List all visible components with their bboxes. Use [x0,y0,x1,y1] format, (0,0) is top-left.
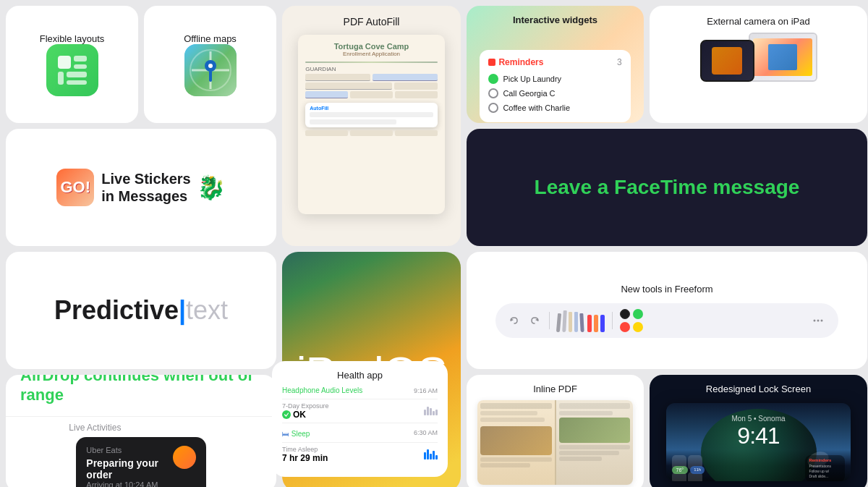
lock-screen-title: Redesigned Lock Screen [706,384,811,394]
health-row-2: 7-Day Exposure OK [282,399,438,420]
reminder-item-1[interactable]: Pick Up Laundry [488,72,621,86]
health-item3-icon: 🛏 [282,430,292,438]
svg-rect-1 [74,56,87,62]
lock-time-widget: 11h [690,466,705,474]
health-item3-time: 6:30 AM [414,429,438,436]
airdrop-title: AirDrop continues when out of range [20,375,262,405]
stickers-subtitle: in Messages [101,187,190,205]
freeform-title: New tools in Freeform [621,284,712,295]
lock-date-display: Mon 5 • Sonoma [666,415,851,423]
facetime-title: Leave a FaceTime message [520,176,814,199]
reminder-label-1: Pick Up Laundry [503,75,561,83]
color-yellow[interactable] [633,322,643,332]
freeform-more-icon[interactable] [809,312,827,329]
freeform-undo-icon[interactable] [507,313,522,328]
uber-app-name: Uber Eats [86,446,172,454]
health-item4-label: Time Asleep [282,446,328,453]
health-item4-value: 7 hr 29 min [282,453,328,463]
health-bars-2 [424,449,438,460]
color-green[interactable] [633,309,643,319]
health-title: Health app [282,370,438,381]
pdf-form-subtitle: Enrollment Application [334,51,409,57]
reminder-check-3 [488,103,498,113]
inline-pdf-right-page [556,400,634,485]
reminder-item-2[interactable]: Call Georgia C [488,86,621,101]
widgets-title: Interactive widgets [513,14,597,25]
reminder-item-3[interactable]: Coffee with Charlie [488,101,621,115]
freeform-redo-icon[interactable] [527,313,542,328]
health-item2-label: 7-Day Exposure [282,402,329,410]
card-offline-maps: Offline maps [144,6,276,123]
card-external-camera: External camera on iPad [650,6,867,123]
flexible-layouts-icon [46,44,98,96]
offline-maps-title: Offline maps [184,33,237,44]
health-bars-1 [424,407,438,415]
svg-rect-3 [58,72,64,85]
lock-bottom-widgets: 76° 11h [672,466,705,474]
freeform-colors [620,309,643,332]
reminders-icon [488,59,495,66]
freeform-divider-2 [612,312,613,329]
imac-device [749,33,817,82]
freeform-tools [557,309,605,332]
health-item1-time: 9:16 AM [414,387,438,394]
color-red[interactable] [620,322,630,332]
svg-marker-11 [535,318,538,321]
predictive-gray: text [186,295,228,325]
reminder-check-1 [488,74,498,84]
svg-rect-0 [58,56,71,69]
lock-screen-device: Mon 5 • Sonoma 9:41 Reminders [666,403,851,481]
uber-status: Preparing your order [86,457,172,480]
card-health: Health app Headphone Audio Levels 9:16 A… [272,361,448,477]
svg-point-8 [208,64,213,68]
live-activity-card: Uber Eats Preparing your order Arriving … [76,437,205,487]
airdrop-section: AirDrop continues when out of range [6,375,276,417]
predictive-text-display: Predictive|text [54,295,228,326]
freeform-divider [549,312,550,329]
sticker-flame-icon: 🐉 [197,174,226,201]
tool-pencil-3[interactable] [569,312,572,332]
freeform-toolbar [495,303,838,338]
reminder-check-2 [488,88,498,98]
flexible-layouts-title: Flexible layouts [40,33,105,44]
inline-pdf-title: Inline PDF [533,384,577,394]
color-black[interactable] [620,309,630,319]
sticker-go-icon: GO! [56,169,94,206]
card-live-stickers: GO! Live Stickers in Messages 🐉 [6,129,276,246]
tool-pencil-1[interactable] [556,313,561,331]
svg-point-12 [813,319,815,321]
health-row-3: 🛏 Sleep 6:30 AM [282,423,438,439]
health-item2-value: OK [293,410,306,420]
svg-rect-5 [67,80,87,85]
card-interactive-widgets: Interactive widgets Reminders 3 Pick Up … [467,6,644,123]
svg-rect-4 [67,72,87,77]
card-freeform: New tools in Freeform [467,252,867,369]
lock-temp-widget: 76° [672,466,689,474]
predictive-black: Predictive [54,295,179,325]
card-inline-pdf: Inline PDF [467,375,644,487]
camera-title: External camera on iPad [707,16,809,27]
svg-rect-2 [74,64,87,69]
health-row-4: Time Asleep 7 hr 29 min [282,442,438,463]
card-pdf-autofill: PDF AutoFill Tortuga Cove Camp Enrollmen… [282,6,461,246]
tool-marker-red[interactable] [587,315,592,332]
card-bottom-left: AirDrop continues when out of range Live… [6,375,276,487]
inline-pdf-preview [477,400,634,485]
tool-pen-2[interactable] [580,313,584,331]
reminders-title: Reminders [498,57,543,67]
card-lock-screen: Redesigned Lock Screen Mon 5 • Sonoma 9:… [650,375,867,487]
uber-avatar [173,446,196,469]
tool-marker-blue[interactable] [600,315,605,332]
pdf-form-mockup: Tortuga Cove Camp Enrollment Application… [298,35,445,214]
card-flexible-layouts: Flexible layouts [6,6,138,123]
lock-reminders-widget: Reminders Presentations Follow up w/ Dra… [805,455,845,481]
lock-clock: Mon 5 • Sonoma 9:41 [666,415,851,449]
reminders-widget[interactable]: Reminders 3 Pick Up Laundry Call Georgia… [480,50,630,122]
tool-pencil-2[interactable] [563,310,568,331]
tool-marker-orange[interactable] [594,315,598,332]
lock-time-display: 9:41 [666,423,851,449]
live-activities-title: Live Activities [69,423,121,433]
health-ok-icon [282,410,291,419]
card-facetime: Leave a FaceTime message [467,129,867,246]
tool-pen-1[interactable] [574,312,578,332]
